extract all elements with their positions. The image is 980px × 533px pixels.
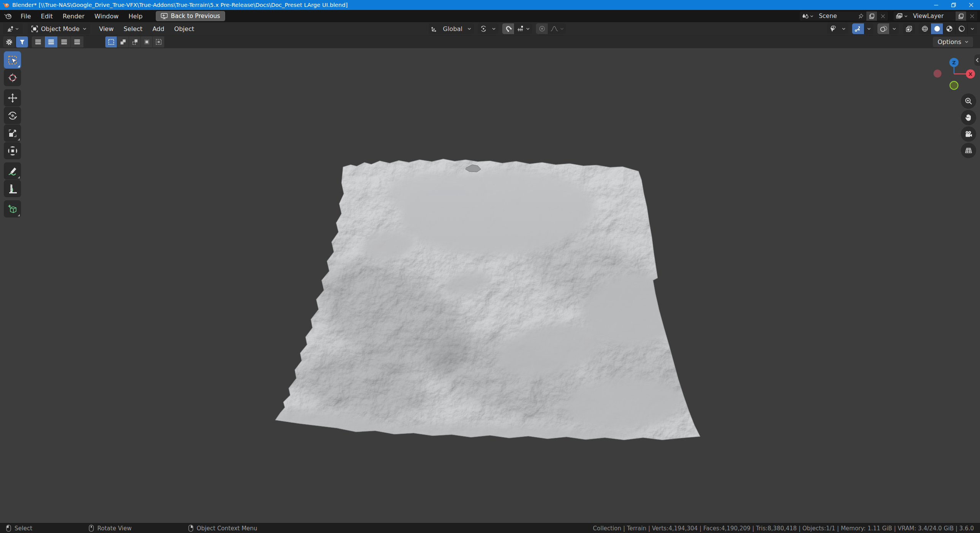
xray-toggle[interactable] <box>903 23 915 34</box>
overlays-group <box>877 23 899 34</box>
toolbar-select-box[interactable] <box>4 51 21 69</box>
snap-target-dropdown[interactable] <box>514 23 532 34</box>
editor-type-selector[interactable] <box>3 23 23 34</box>
x-icon <box>881 14 885 18</box>
y-axis-ball[interactable] <box>950 82 958 90</box>
menu-object[interactable]: Object <box>169 24 199 34</box>
shading-rendered-button[interactable] <box>956 23 968 34</box>
blender-window: Blender* [\\True-NAS\Google_Drive_True-V… <box>0 0 980 533</box>
select-mode-extend[interactable] <box>117 36 129 47</box>
snap-increment-icon <box>517 25 524 32</box>
menu-help[interactable]: Help <box>124 11 147 21</box>
pivot-point-dropdown[interactable] <box>478 23 498 34</box>
select-set-icon <box>108 39 114 45</box>
editor-3d-viewport-icon <box>7 26 15 32</box>
toolbar-move[interactable] <box>4 89 21 106</box>
list-display-option-3[interactable] <box>58 36 71 47</box>
hand-icon <box>965 114 972 121</box>
close-button[interactable] <box>962 0 980 10</box>
mode-selector-label: Object Mode <box>41 25 80 33</box>
select-mode-subtract[interactable] <box>129 36 141 47</box>
duplicate-icon <box>958 13 964 19</box>
pan-button[interactable] <box>961 110 976 125</box>
show-object-types-button[interactable] <box>827 23 839 34</box>
toolbar-measure[interactable] <box>4 180 21 197</box>
pin-icon <box>858 13 864 19</box>
toolbar-rotate[interactable] <box>4 107 21 124</box>
scene-pin-button[interactable] <box>856 11 866 21</box>
viewlayer-name[interactable]: ViewLayer <box>910 13 955 20</box>
proportional-falloff-dropdown[interactable] <box>548 23 566 34</box>
x-axis-negative-ball[interactable] <box>934 70 942 78</box>
viewport-nav-buttons <box>961 93 976 158</box>
list-display-option-2[interactable] <box>45 36 58 47</box>
xray-icon <box>905 25 913 32</box>
select-mode-invert[interactable] <box>141 36 153 47</box>
transform-controls: Global <box>428 23 566 34</box>
perspective-toggle-button[interactable] <box>961 143 976 158</box>
menu-file[interactable]: File <box>16 11 36 21</box>
back-to-previous-button[interactable]: Back to Previous <box>156 11 225 21</box>
viewlayer-browse-button[interactable] <box>893 11 910 21</box>
restore-button[interactable] <box>945 0 962 10</box>
scene-new-button[interactable] <box>866 11 877 21</box>
snapping-controls <box>502 23 532 34</box>
sidebar-toggle-tab[interactable] <box>974 54 980 66</box>
window-title: Blender* [\\True-NAS\Google_Drive_True-V… <box>12 2 348 8</box>
list-display-option-1[interactable] <box>32 36 45 47</box>
screen-back-icon <box>161 13 168 19</box>
scene-browse-button[interactable] <box>800 11 816 21</box>
scene-name[interactable]: Scene <box>816 13 856 20</box>
toolbar-scale[interactable] <box>4 124 21 142</box>
select-mode-intersect[interactable] <box>153 36 165 47</box>
menu-render[interactable]: Render <box>58 11 90 21</box>
chevron-down-icon <box>892 28 896 30</box>
list-display-option-4[interactable] <box>71 36 84 47</box>
3d-viewport[interactable]: Z X <box>0 48 980 523</box>
camera-view-button[interactable] <box>961 126 976 142</box>
snap-toggle[interactable] <box>502 23 514 34</box>
hint-context-menu: Object Context Menu <box>188 525 257 532</box>
x-axis-label: X <box>969 71 972 77</box>
titlebar: Blender* [\\True-NAS\Google_Drive_True-V… <box>0 0 980 10</box>
viewlayer-new-button[interactable] <box>955 11 967 21</box>
menu-view[interactable]: View <box>94 24 119 34</box>
show-overlays-toggle[interactable] <box>877 23 890 34</box>
measure-icon <box>8 184 18 194</box>
shading-solid-button[interactable] <box>931 23 943 34</box>
viewport-header: Object Mode View Select Add Object Globa… <box>0 22 980 35</box>
shading-wireframe-button[interactable] <box>919 23 931 34</box>
options-dropdown[interactable]: Options <box>933 37 973 47</box>
toolbar-transform[interactable] <box>4 142 21 159</box>
select-mode-set[interactable] <box>105 36 117 47</box>
menu-window[interactable]: Window <box>90 11 124 21</box>
show-gizmos-toggle[interactable] <box>852 23 864 34</box>
menu-add[interactable]: Add <box>147 24 169 34</box>
topbar: File Edit Render Window Help Back to Pre… <box>0 10 980 22</box>
menu-edit[interactable]: Edit <box>36 11 58 21</box>
toolbar-cursor[interactable] <box>4 69 21 86</box>
select-intersect-icon <box>155 39 162 45</box>
transform-orientation-dropdown[interactable]: Global <box>428 23 474 34</box>
proportional-edit-toggle[interactable] <box>536 23 548 34</box>
toolbar-annotate[interactable] <box>4 162 21 180</box>
chevron-down-icon <box>970 28 974 30</box>
toolbar-add-cube[interactable] <box>4 200 21 217</box>
navigation-gizmo[interactable]: Z X <box>933 53 977 96</box>
shading-material-button[interactable] <box>943 23 956 34</box>
scene-unlink-button[interactable] <box>877 11 888 21</box>
minimize-button[interactable] <box>927 0 945 10</box>
tool-settings-gear-button[interactable] <box>3 36 15 47</box>
blender-menu-logo-icon[interactable] <box>4 13 12 20</box>
terrain-mesh[interactable] <box>268 157 704 444</box>
chevron-down-icon <box>560 28 564 30</box>
viewlayer-remove-button[interactable] <box>967 11 977 21</box>
zoom-button[interactable] <box>961 93 976 109</box>
menu-select[interactable]: Select <box>119 24 147 34</box>
toolbar <box>4 51 21 218</box>
funnel-icon <box>19 39 25 45</box>
orientation-axes-icon <box>431 26 438 32</box>
mode-selector[interactable]: Object Mode <box>28 23 90 34</box>
filter-toggle-button[interactable] <box>16 36 28 47</box>
gizmo-icon <box>854 25 862 32</box>
